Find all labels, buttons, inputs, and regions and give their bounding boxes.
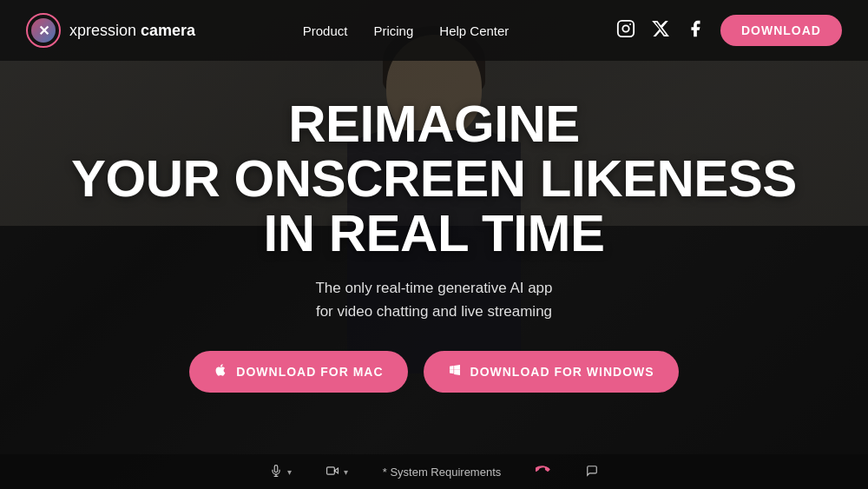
instagram-icon[interactable] [616,19,635,43]
svg-point-2 [629,23,631,25]
chat-icon [586,465,598,479]
nav-links: Product Pricing Help Center [303,23,510,38]
bottom-chat[interactable] [586,465,598,479]
download-mac-label: DOWNLOAD FOR MAC [236,365,383,379]
hero-title: REIMAGINE YOUR ONSCREEN LIKENESS IN REAL… [71,96,797,261]
camera-icon [326,465,339,479]
svg-point-1 [622,25,628,31]
windows-icon [448,363,462,380]
cta-buttons: DOWNLOAD FOR MAC DOWNLOAD FOR WINDOWS [189,351,678,393]
svg-rect-6 [326,466,334,473]
svg-marker-5 [334,468,338,473]
mic-icon [270,465,282,479]
navbar-download-button[interactable]: DOWNLOAD [720,15,842,46]
svg-rect-0 [618,20,634,36]
nav-right: DOWNLOAD [616,15,842,46]
twitter-icon[interactable] [651,19,670,43]
logo-bold: camera [141,22,195,39]
hero-title-line2: YOUR ONSCREEN LIKENESS [71,149,797,208]
mic-caret: ▾ [287,467,292,477]
logo-plain: xpression [69,22,136,39]
logo-area: ✕ xpression camera [26,13,195,48]
hero-title-line3: IN REAL TIME [264,204,605,262]
hero-section: ✕ xpression camera Product Pricing Help … [0,0,868,489]
bottom-bar: ▾ ▾ * System Requirements [0,454,868,489]
nav-help-center[interactable]: Help Center [439,23,509,38]
facebook-icon[interactable] [686,19,705,43]
system-requirements[interactable]: * System Requirements [383,466,502,479]
system-req-label: * System Requirements [383,466,502,479]
hero-subtitle-line1: The only real-time generative AI app [315,280,552,296]
download-windows-button[interactable]: DOWNLOAD FOR WINDOWS [424,351,679,393]
download-mac-button[interactable]: DOWNLOAD FOR MAC [189,351,407,393]
hero-content: REIMAGINE YOUR ONSCREEN LIKENESS IN REAL… [0,35,868,454]
bottom-camera[interactable]: ▾ [326,465,348,479]
hero-title-line1: REIMAGINE [288,95,580,153]
logo-symbol: ✕ [38,23,49,39]
end-call-icon [536,465,551,479]
bottom-mic[interactable]: ▾ [270,465,292,479]
nav-pricing[interactable]: Pricing [373,23,413,38]
nav-product[interactable]: Product [303,23,348,38]
bottom-end-call[interactable] [536,465,551,479]
logo-text: xpression camera [69,22,195,40]
navbar: ✕ xpression camera Product Pricing Help … [0,0,868,61]
apple-icon [214,363,227,380]
hero-subtitle-line2: for video chatting and live streaming [316,303,552,320]
download-windows-label: DOWNLOAD FOR WINDOWS [470,365,654,379]
logo-icon: ✕ [26,13,61,48]
hero-subtitle: The only real-time generative AI app for… [315,276,552,323]
camera-caret: ▾ [344,467,348,477]
